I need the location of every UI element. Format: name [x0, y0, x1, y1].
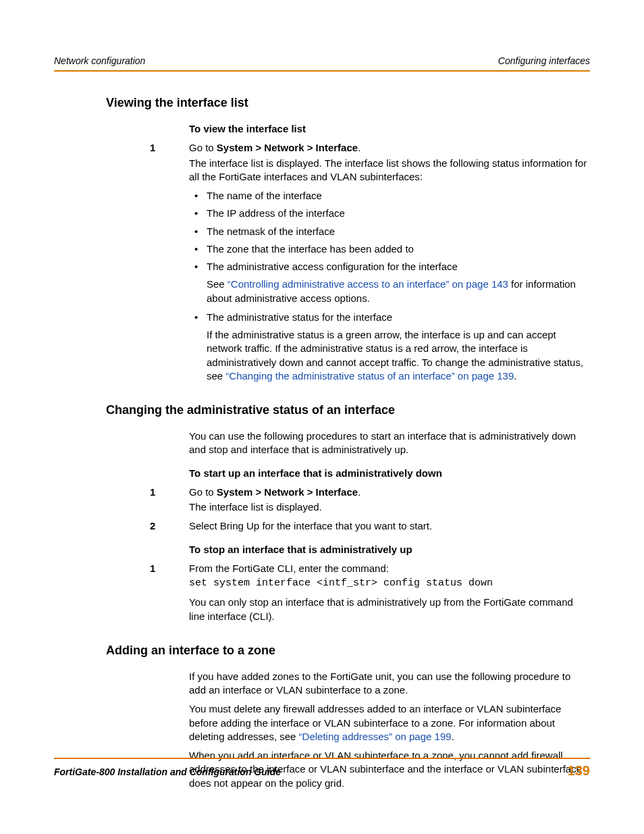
step-text-pre: Go to	[189, 486, 217, 498]
running-footer: FortiGate-800 Installation and Configura…	[54, 758, 590, 779]
link-changing-admin-status[interactable]: “Changing the administrative status of a…	[225, 370, 514, 382]
step-text: Select Bring Up for the interface that y…	[189, 520, 432, 531]
bullet-interface-name: The name of the interface	[207, 189, 590, 203]
heading-adding-interface-zone: Adding an interface to a zone	[54, 644, 590, 658]
link-controlling-admin-access[interactable]: “Controlling administrative access to an…	[227, 278, 508, 290]
section2-intro: You can use the following procedures to …	[189, 429, 590, 457]
step-number: 2	[150, 519, 155, 533]
cli-command: set system interface <intf_str> config s…	[189, 577, 590, 590]
bullet-admin-access: The administrative access configuration …	[207, 260, 590, 273]
bullet-admin-status-note: If the administrative status is a green …	[207, 328, 590, 383]
step-text-pre: Go to	[189, 142, 217, 153]
bullet-zone: The zone that the interface has been add…	[207, 242, 590, 256]
bullet-netmask: The netmask of the interface	[207, 225, 590, 238]
footer-title: FortiGate-800 Installation and Configura…	[54, 766, 281, 777]
step-text: From the FortiGate CLI, enter the comman…	[189, 563, 389, 574]
step-number: 1	[150, 141, 155, 155]
nav-path: System > Network > Interface	[217, 486, 358, 498]
step-number: 1	[150, 562, 155, 575]
step-1-goto: 1 Go to System > Network > Interface.	[189, 141, 590, 155]
note-post: .	[514, 370, 516, 382]
header-right: Configuring interfaces	[498, 55, 590, 66]
p2-post: .	[452, 731, 454, 742]
subheading-stop-interface: To stop an interface that is administrat…	[189, 543, 590, 556]
link-deleting-addresses[interactable]: “Deleting addresses” on page 199	[299, 731, 452, 742]
header-left: Network configuration	[54, 55, 145, 66]
step-1-description: The interface list is displayed. The int…	[189, 157, 590, 184]
content-area: Viewing the interface list To view the i…	[54, 72, 590, 790]
section3-p2: You must delete any firewall addresses a…	[189, 702, 590, 744]
heading-viewing-interface-list: Viewing the interface list	[54, 96, 590, 110]
page: Network configuration Configuring interf…	[0, 0, 644, 834]
s2b-step-1: 1 From the FortiGate CLI, enter the comm…	[189, 562, 590, 575]
section3-p1: If you have added zones to the FortiGate…	[189, 670, 590, 698]
running-header: Network configuration Configuring interf…	[54, 55, 590, 72]
s2-step-1: 1 Go to System > Network > Interface.	[189, 486, 590, 499]
subheading-view-interface-list: To view the interface list	[189, 122, 590, 136]
bullet-admin-status: The administrative status for the interf…	[207, 311, 590, 324]
subheading-start-interface: To start up an interface that is adminis…	[189, 467, 590, 480]
s2b-note: You can only stop an interface that is a…	[189, 596, 590, 623]
s2-step-1-desc: The interface list is displayed.	[189, 500, 590, 514]
nav-path: System > Network > Interface	[217, 142, 358, 153]
heading-changing-admin-status: Changing the administrative status of an…	[54, 403, 590, 417]
step-text-post: .	[358, 486, 360, 498]
bullet-ip-address: The IP address of the interface	[207, 207, 590, 220]
note-pre: See	[207, 278, 227, 290]
step-number: 1	[150, 486, 155, 499]
page-number: 139	[568, 763, 590, 779]
bullet-admin-access-note: See “Controlling administrative access t…	[207, 278, 590, 305]
s2-step-2: 2 Select Bring Up for the interface that…	[189, 519, 590, 533]
step-text-post: .	[358, 142, 360, 153]
